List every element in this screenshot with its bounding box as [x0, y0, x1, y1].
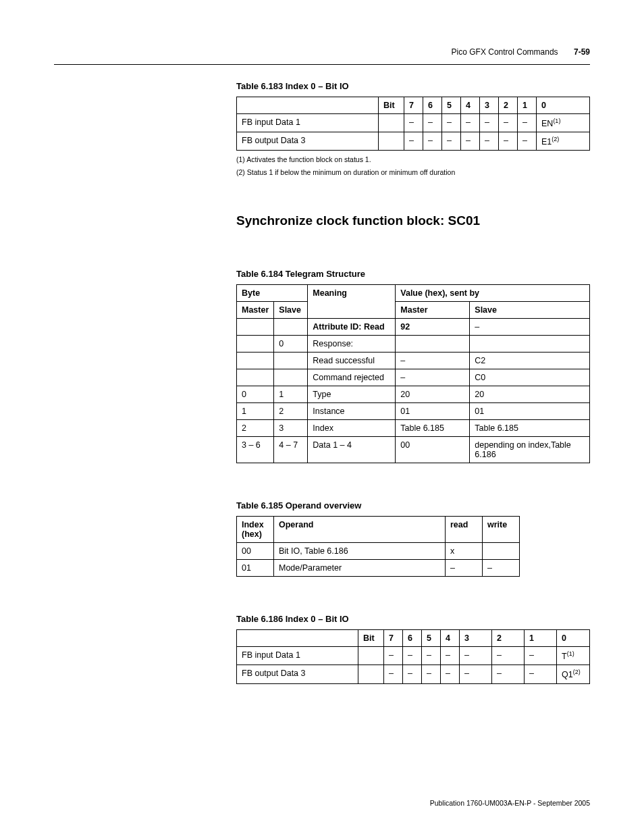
- th-3: 3: [480, 97, 499, 114]
- cell: Table 6.185: [470, 420, 590, 437]
- th-vmaster: Master: [396, 302, 470, 319]
- cell: –: [499, 114, 518, 132]
- cell-meaning: Attribute ID: Read: [308, 319, 396, 336]
- th-operand: Operand: [274, 517, 446, 543]
- cell: 01: [470, 403, 590, 420]
- th-7: 7: [404, 97, 423, 114]
- cell: –: [403, 665, 422, 683]
- cell-t: T(1): [557, 647, 590, 665]
- cell: 20: [396, 386, 470, 403]
- c0: E1: [541, 137, 552, 147]
- th-7: 7: [384, 630, 403, 647]
- cell: –: [384, 665, 403, 683]
- th-byte: Byte: [237, 285, 308, 302]
- th-index: Index (hex): [237, 517, 274, 543]
- table-row: 2 3 Index Table 6.185 Table 6.185: [237, 420, 590, 437]
- cell: –: [404, 132, 423, 151]
- cell: depending on index,Table 6.186: [470, 437, 590, 463]
- cell: C0: [470, 369, 590, 386]
- cell: –: [396, 369, 470, 386]
- cell-label: FB input Data 1: [237, 114, 379, 132]
- cell: 4 – 7: [274, 437, 308, 463]
- table-row: 3 – 6 4 – 7 Data 1 – 4 00 depending on i…: [237, 437, 590, 463]
- table-row: 0 Response:: [237, 336, 590, 353]
- cell: [237, 369, 274, 386]
- th-value: Value (hex), sent by: [396, 285, 590, 302]
- cell: –: [461, 114, 480, 132]
- cell-meaning: Command rejected: [308, 369, 396, 386]
- cell-label: FB output Data 3: [237, 132, 379, 151]
- cell: –: [483, 560, 520, 577]
- table-row: Command rejected – C0: [237, 369, 590, 386]
- header-rule: [54, 64, 590, 65]
- cell: –: [470, 319, 590, 336]
- c0: Q1: [562, 671, 573, 680]
- cell: 20: [470, 386, 590, 403]
- th-4: 4: [461, 97, 480, 114]
- cell: –: [404, 114, 423, 132]
- cell: 0: [237, 386, 274, 403]
- sup: (1): [567, 650, 574, 657]
- cell: –: [492, 665, 525, 683]
- cell: –: [499, 132, 518, 151]
- page-header: Pico GFX Control Commands 7-59: [452, 47, 590, 57]
- cell: –: [480, 114, 499, 132]
- cell: –: [396, 353, 470, 369]
- sup: (1): [553, 118, 560, 124]
- table-183: Bit 7 6 5 4 3 2 1 0 FB input Data 1 – – …: [236, 97, 590, 151]
- table-row: FB input Data 1 – – – – – – – EN(1): [237, 114, 590, 132]
- cell: –: [446, 560, 483, 577]
- cell-en: EN(1): [537, 114, 590, 132]
- th-write: write: [483, 517, 520, 543]
- cell: –: [460, 665, 492, 683]
- publication-line: Publication 1760-UM003A-EN-P - September…: [430, 799, 590, 807]
- cell: –: [441, 665, 460, 683]
- section-title: Synchronize clock function block: SC01: [236, 213, 590, 228]
- cell: [274, 353, 308, 369]
- cell-meaning: Type: [308, 386, 396, 403]
- cell: –: [423, 114, 442, 132]
- cell-meaning: Data 1 – 4: [308, 437, 396, 463]
- cell: [274, 319, 308, 336]
- cell-meaning: Response:: [308, 336, 396, 353]
- cell: –: [492, 647, 525, 665]
- cell: [379, 114, 404, 132]
- cell: Bit IO, Table 6.186: [274, 543, 446, 560]
- cell-meaning: Index: [308, 420, 396, 437]
- footnote-2: (2) Status 1 if below the minimum on dur…: [236, 168, 590, 176]
- cell-q1: Q1(2): [557, 665, 590, 683]
- th-vslave: Slave: [470, 302, 590, 319]
- cell: –: [525, 665, 557, 683]
- cell: Table 6.185: [396, 420, 470, 437]
- table-186: Bit 7 6 5 4 3 2 1 0 FB input Data 1 – – …: [236, 629, 590, 683]
- cell: 00: [396, 437, 470, 463]
- table-caption-186: Table 6.186 Index 0 – Bit IO: [236, 614, 590, 624]
- cell: [379, 132, 404, 151]
- th-0: 0: [557, 630, 590, 647]
- sup: (2): [573, 669, 581, 675]
- cell-meaning: Read successful: [308, 353, 396, 369]
- cell: 3: [274, 420, 308, 437]
- cell: 0: [274, 336, 308, 353]
- cell: –: [460, 647, 492, 665]
- cell: Mode/Parameter: [274, 560, 446, 577]
- cell-e1: E1(2): [537, 132, 590, 151]
- cell: –: [518, 114, 537, 132]
- cell: C2: [470, 353, 590, 369]
- th-master: Master: [237, 302, 274, 319]
- cell: [358, 665, 384, 683]
- th-bit: Bit: [358, 630, 384, 647]
- cell: 2: [274, 403, 308, 420]
- cell: 3 – 6: [237, 437, 274, 463]
- cell: –: [480, 132, 499, 151]
- cell-meaning: Instance: [308, 403, 396, 420]
- cell-label: FB output Data 3: [237, 665, 358, 683]
- table-row: FB input Data 1 – – – – – – – T(1): [237, 647, 590, 665]
- cell: [237, 336, 274, 353]
- cell: –: [461, 132, 480, 151]
- th-blank: [237, 97, 379, 114]
- cell: –: [518, 132, 537, 151]
- table-caption-185: Table 6.185 Operand overview: [236, 500, 590, 511]
- cell: 2: [237, 420, 274, 437]
- th-bit: Bit: [379, 97, 404, 114]
